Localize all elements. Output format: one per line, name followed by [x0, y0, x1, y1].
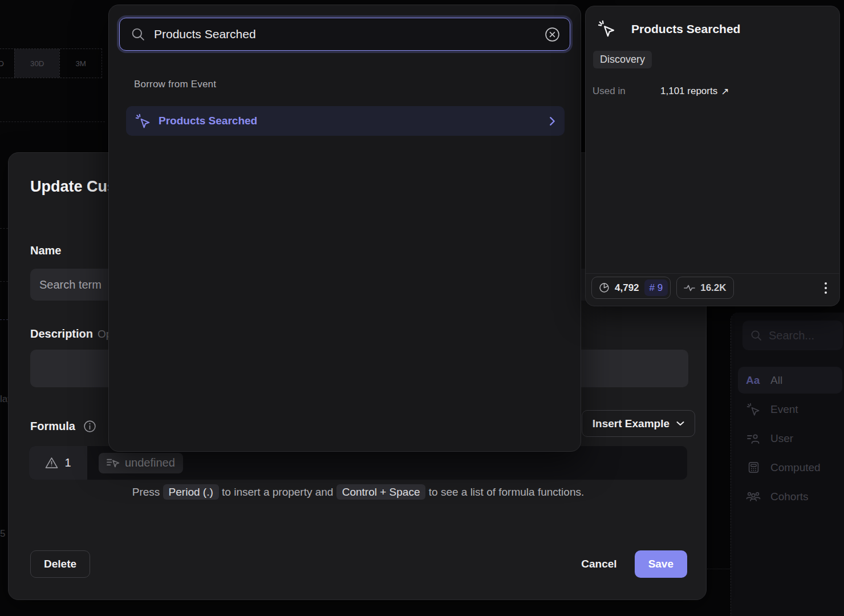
sidebar-item-label: Event — [770, 403, 798, 416]
custom-property-icon — [107, 458, 120, 468]
warning-icon — [45, 457, 58, 469]
formula-undefined-chip[interactable]: undefined — [99, 453, 183, 473]
calculator-icon — [746, 461, 761, 473]
time-range-selector: D 30D 3M — [0, 48, 102, 78]
formula-error-badge: 1 — [29, 446, 87, 480]
sidebar-item-label: Computed — [770, 461, 821, 474]
property-search-popover: Borrow from Event Products Searched — [108, 5, 581, 452]
user-icon — [746, 433, 761, 444]
event-details-card: Products Searched Discovery Used in 1,10… — [585, 6, 840, 306]
chevron-right-icon — [549, 116, 555, 126]
sidebar-search-input[interactable] — [768, 329, 827, 343]
search-icon — [750, 330, 762, 341]
sidebar-item-label: User — [770, 432, 793, 445]
background-gridline — [707, 569, 731, 569]
pie-chart-icon — [599, 282, 610, 293]
search-field[interactable] — [119, 18, 570, 51]
background-gridline — [0, 281, 8, 282]
help-lead: Press — [132, 486, 160, 498]
description-label: Description — [30, 327, 93, 341]
event-cursor-icon — [135, 114, 151, 129]
search-icon — [131, 27, 145, 41]
help-middle: to insert a property and — [222, 486, 333, 498]
volume-value: 16.2K — [700, 282, 726, 294]
sidebar-item-list: Aa All Event Use — [738, 367, 842, 510]
event-cursor-icon — [598, 20, 615, 38]
delete-button[interactable]: Delete — [30, 550, 90, 578]
insert-example-label: Insert Example — [593, 418, 669, 430]
user-count-value: 4,792 — [615, 282, 639, 294]
sidebar-item-computed[interactable]: Computed — [738, 454, 842, 481]
sidebar-item-user[interactable]: User — [738, 425, 842, 452]
insert-example-button[interactable]: Insert Example — [582, 410, 695, 437]
sidebar-item-all[interactable]: Aa All — [738, 367, 842, 394]
save-button[interactable]: Save — [635, 550, 687, 578]
search-result-products-searched[interactable]: Products Searched — [126, 106, 565, 136]
time-range-3m[interactable]: 3M — [59, 49, 102, 78]
property-type-sidebar: Aa All Event Use — [731, 313, 844, 616]
help-tail: to see a list of formula functions. — [429, 486, 584, 498]
background-gridline — [0, 319, 8, 320]
used-in-row: Used in 1,101 reports ↗ — [593, 86, 729, 98]
chevron-down-icon — [676, 421, 684, 426]
sidebar-item-cohorts[interactable]: Cohorts — [738, 483, 842, 510]
chip-label: undefined — [125, 456, 175, 469]
kebab-menu-icon[interactable] — [821, 279, 830, 297]
external-link-arrow-icon: ↗ — [721, 86, 729, 98]
sidebar-item-label: Cohorts — [770, 491, 809, 503]
sidebar-search-box[interactable] — [742, 321, 843, 350]
formula-label-row: Formula — [30, 420, 96, 433]
text-type-icon: Aa — [746, 374, 761, 387]
sidebar-item-label: All — [770, 374, 782, 387]
used-in-reports-link[interactable]: 1,101 reports — [660, 86, 717, 98]
app-screen: D 30D 3M lay 5 Aa All — [0, 0, 844, 616]
section-label: Borrow from Event — [134, 79, 216, 90]
formula-label: Formula — [30, 420, 75, 433]
event-cursor-icon — [746, 403, 761, 416]
sidebar-item-event[interactable]: Event — [738, 396, 842, 423]
background-gridline — [0, 228, 8, 229]
user-count-stat: 4,792 # 9 — [591, 277, 671, 299]
error-count: 1 — [64, 456, 71, 469]
search-input[interactable] — [153, 27, 544, 42]
time-range-partial[interactable]: D — [0, 49, 14, 78]
time-range-30d[interactable]: 30D — [14, 49, 59, 78]
clear-search-icon[interactable] — [544, 26, 561, 43]
info-icon[interactable] — [83, 420, 96, 433]
used-in-label: Used in — [593, 86, 660, 98]
formula-help-text: Press Period (.) to insert a property an… — [30, 486, 686, 499]
event-title: Products Searched — [631, 22, 740, 36]
volume-stat: 16.2K — [676, 277, 733, 299]
kbd-period: Period (.) — [163, 484, 219, 500]
pulse-icon — [684, 284, 695, 292]
kbd-control-space: Control + Space — [336, 484, 426, 500]
event-card-header: Products Searched — [598, 20, 740, 38]
result-label: Products Searched — [159, 115, 257, 127]
cohorts-icon — [746, 491, 761, 502]
rank-badge: # 9 — [644, 279, 668, 296]
background-panel-edge — [0, 121, 105, 122]
event-stats-footer: 4,792 # 9 16.2K — [591, 277, 830, 299]
card-footer-divider — [586, 273, 839, 274]
category-badge: Discovery — [593, 51, 652, 68]
cancel-button[interactable]: Cancel — [581, 558, 616, 570]
modal-footer-actions: Cancel Save — [581, 550, 687, 578]
name-label: Name — [30, 244, 61, 257]
background-axis-label: 5 — [0, 528, 5, 540]
